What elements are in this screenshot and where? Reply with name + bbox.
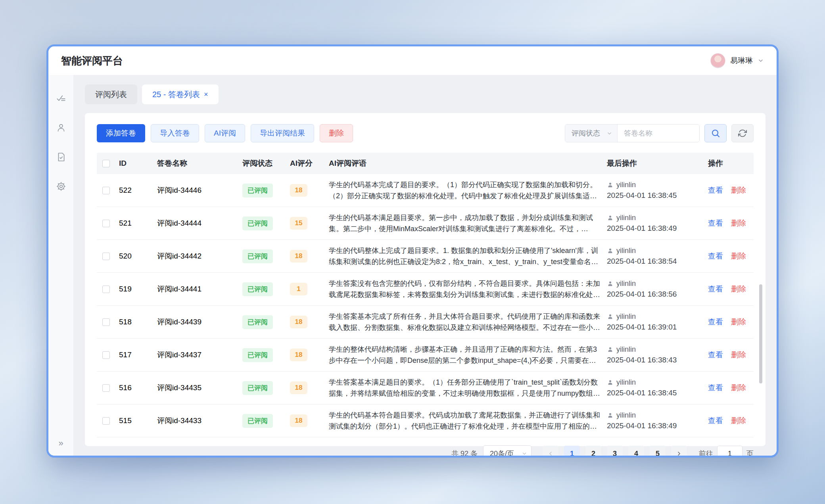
answer-name-input[interactable] [618, 125, 699, 142]
operator-name: yilinlin [616, 181, 636, 189]
score-badge: 18 [290, 316, 307, 328]
goto-page-input[interactable] [717, 446, 742, 458]
refresh-button[interactable] [731, 124, 754, 142]
person-icon [607, 379, 614, 386]
row-id: 521 [119, 219, 157, 228]
score-badge: 18 [290, 381, 307, 394]
view-link[interactable]: 查看 [708, 416, 723, 426]
app-title: 智能评阅平台 [61, 54, 123, 68]
window-header: 智能评阅平台 易琳琳 [48, 46, 777, 75]
row-name: 评阅id-34442 [157, 251, 242, 261]
operation-time: 2025-04-01 16:38:43 [607, 356, 704, 364]
person-icon [607, 412, 614, 419]
page-button-1[interactable]: 1 [564, 446, 580, 458]
review-status-select[interactable]: 评阅状态 [565, 125, 618, 142]
pagination: 共 92 条 20条/页 1 2 3 4 5 [97, 437, 754, 458]
refresh-icon [738, 129, 747, 138]
user-menu[interactable]: 易琳琳 [710, 53, 764, 68]
header-last-operation: 最后操作 [607, 158, 708, 169]
page-button-5[interactable]: 5 [650, 446, 666, 458]
select-all-checkbox[interactable] [102, 160, 110, 167]
row-name: 评阅id-34441 [157, 284, 242, 294]
row-checkbox[interactable] [102, 220, 110, 227]
row-checkbox[interactable] [102, 253, 110, 260]
operator-name: yilinlin [616, 312, 636, 321]
view-link[interactable]: 查看 [708, 185, 723, 195]
delete-link[interactable]: 删除 [731, 350, 746, 360]
delete-link[interactable]: 删除 [731, 383, 746, 393]
row-id: 518 [119, 318, 157, 326]
score-badge: 18 [290, 414, 307, 427]
delete-link[interactable]: 删除 [731, 218, 746, 228]
row-name: 评阅id-34444 [157, 218, 242, 228]
table-row: 522 评阅id-34446 已评阅 18 学生的代码基本完成了题目的要求。（1… [97, 174, 754, 207]
app-window: 智能评阅平台 易琳琳 » 评阅列表 [46, 44, 779, 458]
tab-answer-list[interactable]: 25 - 答卷列表 × [142, 84, 219, 104]
operator-name: yilinlin [616, 247, 636, 255]
export-results-button[interactable]: 导出评阅结果 [251, 124, 314, 142]
add-answer-button[interactable]: 添加答卷 [97, 124, 145, 142]
import-answer-button[interactable]: 导入答卷 [151, 124, 199, 142]
status-badge: 已评阅 [242, 381, 273, 395]
tab-review-list[interactable]: 评阅列表 [85, 84, 137, 104]
page-button-3[interactable]: 3 [607, 446, 623, 458]
delete-link[interactable]: 删除 [731, 284, 746, 294]
search-button[interactable] [704, 124, 727, 142]
header-actions: 操作 [708, 158, 754, 169]
view-link[interactable]: 查看 [708, 218, 723, 228]
table-row: 517 评阅id-34437 已评阅 18 学生的整体代码结构清晰，步骤基本正确… [97, 339, 754, 372]
avatar [710, 53, 725, 68]
sidebar-item-review-list[interactable] [55, 92, 67, 104]
row-last-operation: yilinlin 2025-04-01 16:38:49 [607, 411, 708, 430]
delete-button[interactable]: 删除 [320, 124, 353, 142]
view-link[interactable]: 查看 [708, 350, 723, 360]
delete-link[interactable]: 删除 [731, 251, 746, 261]
operator-name: yilinlin [616, 280, 636, 288]
operator-name: yilinlin [616, 378, 636, 387]
table-row: 521 评阅id-34444 已评阅 15 学生的代码基本满足题目要求。第一步中… [97, 207, 754, 240]
scrollbar-thumb[interactable] [759, 284, 762, 383]
row-checkbox[interactable] [102, 384, 110, 392]
row-checkbox[interactable] [102, 318, 110, 326]
view-link[interactable]: 查看 [708, 251, 723, 261]
page-size-select[interactable]: 20条/页 [483, 445, 531, 458]
sidebar-item-users[interactable] [55, 122, 67, 134]
header-name: 答卷名称 [157, 158, 242, 169]
sidebar-item-settings[interactable] [55, 180, 67, 192]
table-row: 516 评阅id-34435 已评阅 18 学生答案基本满足题目的要求。（1）任… [97, 372, 754, 404]
row-checkbox[interactable] [102, 417, 110, 425]
page-button-2[interactable]: 2 [585, 446, 601, 458]
delete-link[interactable]: 删除 [731, 317, 746, 327]
close-icon[interactable]: × [204, 90, 208, 99]
user-name: 易琳琳 [730, 56, 753, 66]
content-card: 添加答卷 导入答卷 AI评阅 导出评阅结果 删除 评阅状态 [85, 113, 766, 446]
sidebar-expand-button[interactable]: » [58, 438, 63, 448]
row-name: 评阅id-34446 [157, 185, 242, 195]
chevron-left-icon [547, 450, 554, 457]
view-link[interactable]: 查看 [708, 383, 723, 393]
delete-link[interactable]: 删除 [731, 416, 746, 426]
next-page-button[interactable] [671, 446, 687, 458]
prev-page-button[interactable] [543, 446, 558, 458]
row-checkbox[interactable] [102, 286, 110, 293]
total-count: 共 92 条 [451, 449, 478, 458]
row-checkbox[interactable] [102, 351, 110, 359]
operation-time: 2025-04-01 16:38:45 [607, 191, 704, 200]
view-link[interactable]: 查看 [708, 284, 723, 294]
main-content: 评阅列表 25 - 答卷列表 × 添加答卷 导入答卷 AI评阅 导出评阅结果 删… [74, 75, 777, 456]
page-button-4[interactable]: 4 [628, 446, 644, 458]
table-body: 522 评阅id-34446 已评阅 18 学生的代码基本完成了题目的要求。（1… [97, 174, 754, 437]
sidebar-item-papers[interactable] [55, 151, 67, 163]
chevron-down-icon [758, 57, 764, 64]
ai-review-button[interactable]: AI评阅 [205, 124, 245, 142]
operation-time: 2025-04-01 16:39:01 [607, 323, 704, 332]
row-checkbox[interactable] [102, 187, 110, 194]
row-id: 517 [119, 351, 157, 359]
chevron-down-icon [522, 451, 527, 456]
tab-bar: 评阅列表 25 - 答卷列表 × [85, 84, 766, 104]
table-header-row: ID 答卷名称 评阅状态 AI评分 AI评阅评语 最后操作 操作 [97, 153, 754, 174]
view-link[interactable]: 查看 [708, 317, 723, 327]
status-badge: 已评阅 [242, 249, 273, 263]
status-badge: 已评阅 [242, 348, 273, 362]
delete-link[interactable]: 删除 [731, 185, 746, 195]
